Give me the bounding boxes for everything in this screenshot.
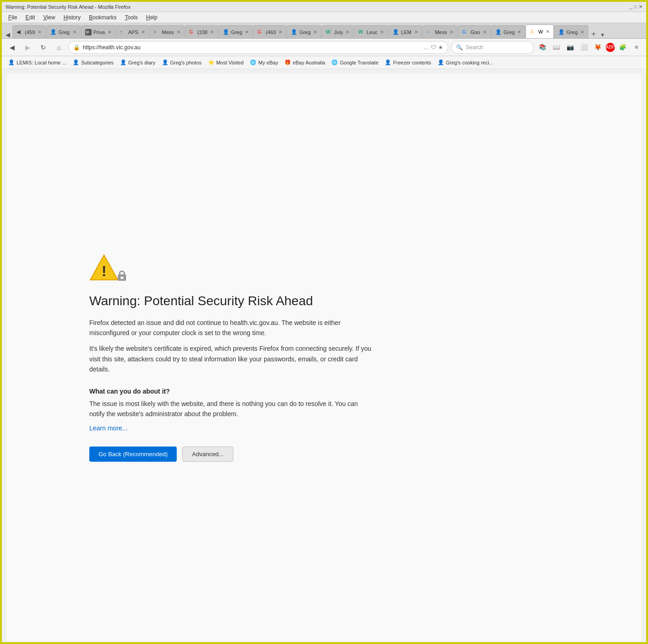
tab-1-label: Greg [58, 29, 69, 35]
warning-section-title: What can you do about it? [89, 388, 170, 395]
bookmark-cooking-icon: 👤 [438, 59, 444, 65]
bookmark-photos[interactable]: 👤 Greg's photos [159, 58, 204, 66]
tab-6[interactable]: 👤 Greg ✕ [219, 25, 253, 38]
tab-6-close[interactable]: ✕ [245, 29, 249, 35]
tab-7[interactable]: G (463 ✕ [253, 25, 286, 38]
menu-file[interactable]: File [5, 13, 21, 22]
warning-icon-container: ! [89, 253, 128, 283]
tab-3[interactable]: ↑ APS ✕ [116, 25, 149, 38]
window-controls[interactable]: _ □ ✕ [630, 4, 642, 9]
tab-5[interactable]: G (338 ✕ [185, 25, 218, 38]
tab-0-close[interactable]: ✕ [38, 29, 41, 35]
tab-10[interactable]: W Leuc ✕ [354, 25, 388, 38]
tab-13-close[interactable]: ✕ [483, 29, 486, 35]
go-back-button[interactable]: Go Back (Recommended) [89, 447, 177, 462]
reload-button[interactable]: ↻ [37, 41, 50, 54]
menu-history[interactable]: History [60, 13, 84, 22]
tab-8[interactable]: 👤 Greg ✕ [287, 25, 321, 38]
search-bar[interactable]: 🔍 Search [451, 41, 534, 54]
bookmark-subcategories-label: Subcategories [81, 60, 113, 65]
tabs-overflow-button[interactable]: ▾ [599, 31, 606, 38]
home-button[interactable]: ⌂ [52, 41, 65, 54]
tab-1-close[interactable]: ✕ [73, 29, 76, 35]
tab-2-close[interactable]: ✕ [108, 29, 111, 35]
tab-16[interactable]: 👤 Greg ✕ [554, 25, 588, 38]
menu-button[interactable]: ≡ [631, 41, 642, 53]
tab-4-label: Mess [162, 29, 174, 35]
title-bar: Warning: Potential Security Risk Ahead -… [2, 2, 646, 12]
tab-2[interactable]: tp Priva ✕ [81, 25, 116, 38]
bookmark-star-icon[interactable]: ★ [438, 44, 443, 51]
back-button[interactable]: ◀ [6, 41, 18, 54]
menu-tools[interactable]: Tools [121, 13, 141, 22]
tab-16-close[interactable]: ✕ [580, 29, 584, 35]
tab-active-warning[interactable]: ⚠ W ✕ [526, 24, 553, 38]
tab-3-label: APS [128, 29, 139, 35]
tab-16-label: Greg [567, 29, 578, 35]
close-button[interactable]: ✕ [639, 4, 642, 9]
tab-8-close[interactable]: ✕ [313, 29, 317, 35]
menu-help[interactable]: Help [142, 13, 161, 22]
tab-active-close[interactable]: ✕ [546, 29, 550, 34]
tab-4-close[interactable]: ✕ [177, 29, 180, 35]
tab-3-close[interactable]: ✕ [141, 29, 145, 35]
container-icon[interactable]: ⬜ [578, 41, 590, 53]
bookmark-ebay-au[interactable]: 🎁 eBay Australia [282, 58, 328, 66]
minimize-button[interactable]: _ [630, 4, 632, 9]
svg-rect-3 [121, 277, 123, 279]
tab-12[interactable]: ○ Mess ✕ [422, 25, 457, 38]
firefox-sync-icon[interactable]: 🦊 [592, 41, 604, 53]
tab-10-close[interactable]: ✕ [380, 29, 384, 35]
tab-4[interactable]: ○ Mess ✕ [150, 25, 185, 38]
library-icon[interactable]: 📚 [537, 41, 549, 53]
tab-12-close[interactable]: ✕ [450, 29, 453, 35]
tab-scroll-back[interactable]: ◀ [4, 31, 12, 38]
more-icon[interactable]: … [423, 44, 429, 51]
tab-14-close[interactable]: ✕ [517, 29, 521, 35]
bookmark-subcategories[interactable]: 👤 Subcategories [70, 58, 116, 66]
forward-button[interactable]: ▶ [21, 41, 34, 54]
menu-view[interactable]: View [40, 13, 59, 22]
tab-16-favicon: 👤 [558, 29, 565, 35]
bookmark-freezer-icon: 👤 [385, 59, 391, 65]
warning-body-1: Firefox detected an issue and did not co… [89, 318, 375, 338]
menu-bookmarks[interactable]: Bookmarks [85, 13, 120, 22]
tab-14[interactable]: 👤 Greg ✕ [491, 25, 525, 38]
bookmark-most-visited[interactable]: ⭐ Most Visited [205, 58, 247, 66]
adblock-icon[interactable]: ABP [606, 43, 615, 52]
tab-9[interactable]: W July ✕ [322, 25, 354, 38]
bookmark-myebay[interactable]: 🌐 My eBay [247, 58, 281, 66]
warning-body-2: It's likely the website's certificate is… [89, 343, 375, 374]
bookmark-freezer[interactable]: 👤 Freezer contents [382, 58, 434, 66]
bookmark-lemis[interactable]: 👤 LEMIS: Local home ... [6, 58, 69, 66]
tab-0[interactable]: ◀ (459 ✕ [12, 25, 46, 38]
tab-5-favicon: G [189, 29, 196, 35]
bookmark-cooking[interactable]: 👤 Greg's cooking reci... [435, 58, 496, 66]
bookmark-diary[interactable]: 👤 Greg's diary [117, 58, 158, 66]
svg-text:!: ! [102, 263, 107, 279]
address-bar[interactable]: 🔒 https://health.vic.gov.au … 🛡 ★ [68, 41, 448, 54]
url-text[interactable]: https://health.vic.gov.au [83, 44, 421, 51]
maximize-button[interactable]: □ [634, 4, 637, 9]
learn-more-link[interactable]: Learn more... [89, 424, 127, 432]
bookmark-translate[interactable]: 🌐 Google Translate [329, 58, 381, 66]
toolbar-icons: 📚 📖 📷 ⬜ 🦊 ABP 🧩 ≡ [537, 41, 642, 53]
tab-1[interactable]: 👤 Greg ✕ [46, 25, 80, 38]
tab-11-close[interactable]: ✕ [414, 29, 418, 35]
new-tab-button[interactable]: + [589, 30, 598, 38]
tab-7-close[interactable]: ✕ [278, 29, 282, 35]
tab-11[interactable]: 👤 LEM ✕ [388, 25, 422, 38]
reader-icon[interactable]: 🛡 [431, 44, 436, 51]
bookmark-myebay-icon: 🌐 [250, 59, 256, 65]
pocket-icon[interactable]: 📖 [550, 41, 562, 53]
tab-13[interactable]: G Goo ✕ [458, 25, 491, 38]
tab-0-label: (459 [25, 29, 35, 35]
screenshot-icon[interactable]: 📷 [564, 41, 576, 53]
menu-edit[interactable]: Edit [22, 13, 39, 22]
tab-5-label: (338 [197, 29, 208, 35]
tab-9-close[interactable]: ✕ [346, 29, 349, 35]
bookmark-diary-icon: 👤 [120, 59, 127, 65]
tab-5-close[interactable]: ✕ [210, 29, 214, 35]
advanced-button[interactable]: Advanced... [182, 447, 233, 462]
extensions-icon[interactable]: 🧩 [617, 41, 629, 53]
